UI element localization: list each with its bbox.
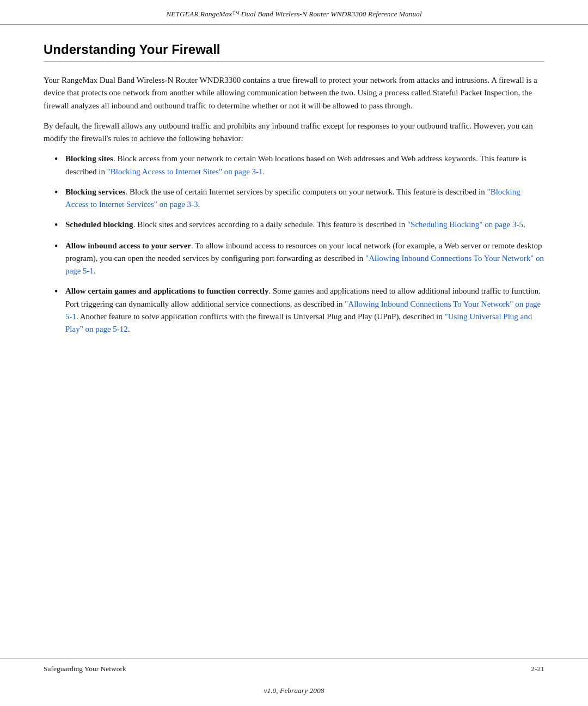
- bullet-dot: •: [54, 186, 65, 199]
- link-upnp[interactable]: "Using Universal Plug and Play" on page …: [65, 312, 532, 333]
- bullet-content-4: Allow inbound access to your server. To …: [65, 240, 544, 278]
- bullet-dot: •: [54, 285, 65, 298]
- list-item: • Allow certain games and applications t…: [54, 285, 544, 336]
- page-title: Understanding Your Firewall: [44, 42, 544, 62]
- footer-right: 2-21: [531, 665, 544, 673]
- bullet-content-1: Blocking sites. Block access from your n…: [65, 153, 544, 178]
- bullet-content-3: Scheduled blocking. Block sites and serv…: [65, 218, 544, 231]
- bullet-content-2: Blocking services. Block the use of cert…: [65, 186, 544, 211]
- page-header: NETGEAR RangeMax™ Dual Band Wireless-N R…: [0, 0, 588, 25]
- page-footer: Safeguarding Your Network 2-21: [0, 659, 588, 679]
- list-item: • Blocking sites. Block access from your…: [54, 153, 544, 178]
- link-blocking-sites[interactable]: "Blocking Access to Internet Sites" on p…: [107, 167, 263, 176]
- list-item: • Allow inbound access to your server. T…: [54, 240, 544, 278]
- header-text: NETGEAR RangeMax™ Dual Band Wireless-N R…: [166, 10, 422, 18]
- link-blocking-services[interactable]: "Blocking Access to Internet Services" o…: [65, 187, 520, 209]
- body-text: Your RangeMax Dual Band Wireless-N Route…: [44, 74, 544, 145]
- list-item: • Blocking services. Block the use of ce…: [54, 186, 544, 211]
- content-area: Understanding Your Firewall Your RangeMa…: [0, 25, 588, 706]
- link-inbound-server[interactable]: "Allowing Inbound Connections To Your Ne…: [65, 254, 544, 275]
- footer-left: Safeguarding Your Network: [44, 665, 126, 673]
- bullet-bold-2: Blocking services: [65, 187, 125, 196]
- bullet-bold-5: Allow certain games and applications to …: [65, 287, 268, 295]
- paragraph-2: By default, the firewall allows any outb…: [44, 120, 544, 145]
- footer-version: v1.0, February 2008: [0, 686, 588, 695]
- list-item: • Scheduled blocking. Block sites and se…: [54, 218, 544, 232]
- bullet-bold-1: Blocking sites: [65, 154, 113, 163]
- bullet-dot: •: [54, 219, 65, 232]
- bullet-bold-3: Scheduled blocking: [65, 220, 133, 229]
- bullet-dot: •: [54, 240, 65, 253]
- version-text: v1.0, February 2008: [264, 686, 324, 695]
- link-scheduling-blocking[interactable]: "Scheduling Blocking" on page 3-5: [407, 220, 523, 229]
- bullet-content-5: Allow certain games and applications to …: [65, 285, 544, 336]
- bullet-list: • Blocking sites. Block access from your…: [54, 153, 544, 336]
- page-container: NETGEAR RangeMax™ Dual Band Wireless-N R…: [0, 0, 588, 706]
- paragraph-1: Your RangeMax Dual Band Wireless-N Route…: [44, 74, 544, 112]
- bullet-dot: •: [54, 153, 65, 166]
- bullet-bold-4: Allow inbound access to your server: [65, 241, 191, 250]
